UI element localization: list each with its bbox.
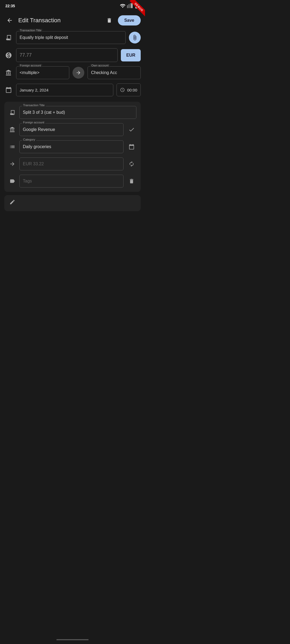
amount-row: EUR	[4, 48, 141, 62]
split-title-row: Transaction Title	[9, 106, 136, 119]
next-split-section-partial	[4, 195, 141, 211]
currency-button[interactable]: EUR	[121, 49, 141, 61]
datetime-row: January 2, 2024 00:00	[4, 83, 141, 96]
split-foreign-account-row: Foreign account	[9, 123, 136, 136]
transaction-title-row: Transaction Title	[4, 31, 141, 44]
split-bank-icon	[9, 126, 16, 133]
split-category-label: Category	[22, 138, 36, 141]
wifi-icon	[120, 3, 126, 9]
date-value: January 2, 2024	[20, 88, 49, 92]
status-time: 22:35	[5, 4, 15, 8]
transfer-direction-button[interactable]	[73, 67, 84, 79]
transaction-title-input[interactable]	[16, 31, 126, 44]
split-category-icon	[9, 143, 16, 151]
split-tags-input[interactable]	[19, 175, 124, 188]
date-field[interactable]: January 2, 2024	[16, 84, 113, 96]
own-account-label: Own account	[90, 64, 110, 67]
status-bar: 22:35	[0, 0, 145, 12]
main-content: Transaction Title EUR Foreign account	[0, 29, 145, 217]
split-section: Transaction Title Foreign account	[4, 102, 141, 192]
split-category-row: Category	[9, 140, 136, 153]
attachment-button[interactable]	[129, 32, 141, 43]
transaction-title-field: Transaction Title	[16, 31, 126, 44]
own-account-input[interactable]	[88, 66, 141, 79]
page-title: Edit Transaction	[18, 17, 101, 24]
refresh-split-button[interactable]	[127, 159, 136, 169]
foreign-account-input[interactable]	[16, 66, 69, 79]
split-amount-input[interactable]	[19, 158, 124, 170]
split-title-field: Transaction Title	[19, 106, 136, 119]
time-value: 00:00	[127, 88, 137, 92]
account-row: Foreign account Own account	[4, 66, 141, 79]
delete-split-button[interactable]	[127, 176, 136, 186]
bank-icon	[4, 68, 13, 77]
schedule-split-button[interactable]	[127, 142, 136, 152]
split-arrow-icon	[9, 160, 16, 168]
confirm-split-button[interactable]	[127, 125, 136, 134]
back-button[interactable]	[4, 15, 15, 26]
split-title-input[interactable]	[19, 106, 136, 119]
amount-input[interactable]	[16, 48, 118, 62]
foreign-account-label: Foreign account	[19, 64, 42, 67]
split-note-icon	[9, 198, 16, 206]
time-field[interactable]: 00:00	[117, 83, 141, 96]
split-category-input[interactable]	[19, 140, 124, 153]
split-tags-row	[9, 175, 136, 188]
split-foreign-account-input[interactable]	[19, 123, 124, 136]
split-tags-field	[19, 175, 124, 188]
split-amount-field	[19, 158, 124, 170]
clock-icon	[120, 87, 125, 92]
split-receipt-icon	[9, 109, 16, 116]
dollar-icon	[4, 51, 13, 60]
delete-transaction-button[interactable]	[104, 15, 115, 26]
receipt-icon	[4, 33, 13, 42]
split-category-field: Category	[19, 140, 124, 153]
calendar-icon-main	[4, 86, 13, 94]
split-foreign-account-label: Foreign account	[22, 121, 45, 124]
split-tag-icon	[9, 177, 16, 185]
split-title-label: Transaction Title	[22, 104, 46, 107]
split-note-row-partial	[9, 198, 136, 206]
transaction-title-label: Transaction Title	[19, 29, 42, 32]
top-bar: Edit Transaction Save	[0, 12, 145, 29]
own-account-field: Own account	[88, 66, 141, 79]
split-amount-row	[9, 158, 136, 170]
split-foreign-account-field: Foreign account	[19, 123, 124, 136]
foreign-account-field: Foreign account	[16, 66, 69, 79]
